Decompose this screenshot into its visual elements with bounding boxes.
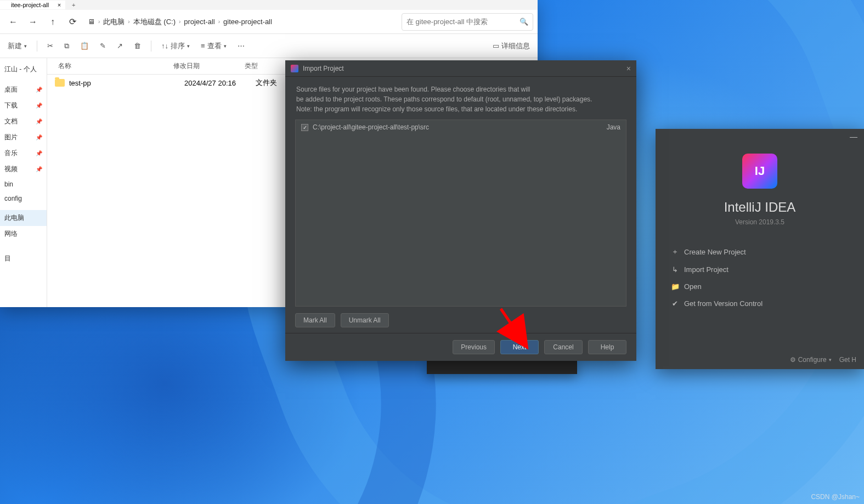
- dialog-footer: Previous Next Cancel Help: [285, 333, 636, 361]
- sidebar-item-home[interactable]: 江山 - 个人: [0, 61, 47, 77]
- watermark: CSDN @Jshan~: [811, 493, 860, 501]
- file-name: test-pp: [69, 79, 184, 87]
- sidebar-item-music[interactable]: 音乐📌: [0, 145, 47, 161]
- intellij-welcome-window: — IJ IntelliJ IDEA Version 2019.3.5 ＋Cre…: [656, 129, 864, 369]
- plus-icon: ＋: [671, 247, 679, 257]
- col-date[interactable]: 修改日期: [173, 61, 245, 71]
- intellij-icon: [291, 65, 298, 72]
- copy-icon[interactable]: ⧉: [61, 39, 72, 53]
- chevron-right-icon: ›: [98, 19, 100, 25]
- chevron-down-icon: ▾: [224, 43, 227, 49]
- intellij-logo: IJ: [742, 154, 777, 189]
- nav-bar: ← → ↑ ⟳ 🖥 › 此电脑 › 本地磁盘 (C:) › project-al…: [0, 10, 538, 34]
- tab-title: itee-project-all: [11, 2, 49, 8]
- up-button[interactable]: ↑: [44, 13, 61, 31]
- view-button[interactable]: ≡ 查看 ▾: [197, 39, 230, 53]
- mark-buttons: Mark All Unmark All: [285, 313, 636, 333]
- pin-icon: 📌: [36, 166, 42, 172]
- previous-button[interactable]: Previous: [453, 340, 495, 354]
- import-icon: ↳: [671, 265, 679, 274]
- search-input[interactable]: [406, 18, 519, 26]
- search-icon[interactable]: 🔍: [519, 18, 528, 26]
- cancel-button[interactable]: Cancel: [544, 340, 583, 354]
- import-project[interactable]: ↳Import Project: [671, 261, 849, 278]
- checkbox[interactable]: ✓: [301, 124, 308, 131]
- welcome-footer: ⚙Configure▾ Get H: [656, 350, 864, 369]
- chevron-right-icon: ›: [218, 19, 220, 25]
- file-date: 2024/4/27 20:16: [184, 79, 256, 87]
- refresh-button[interactable]: ⟳: [64, 13, 81, 31]
- source-dir-row[interactable]: ✓ C:\project-all\gitee-project-all\test-…: [296, 120, 626, 134]
- get-from-vcs[interactable]: ✔Get from Version Control: [671, 295, 849, 312]
- next-button[interactable]: Next: [500, 340, 539, 354]
- sidebar: 江山 - 个人 桌面📌 下载📌 文档📌 图片📌 音乐📌 视频📌 bin conf…: [0, 58, 47, 307]
- chevron-right-icon: ›: [128, 19, 129, 25]
- welcome-version: Version 2019.3.5: [735, 218, 784, 226]
- sidebar-item-config[interactable]: config: [0, 191, 47, 206]
- source-dir-list[interactable]: ✓ C:\project-all\gitee-project-all\test-…: [295, 120, 626, 307]
- close-icon[interactable]: ×: [626, 64, 631, 73]
- forward-button[interactable]: →: [24, 13, 42, 31]
- welcome-title: IntelliJ IDEA: [724, 200, 796, 215]
- sidebar-item-videos[interactable]: 视频📌: [0, 161, 47, 177]
- breadcrumb-item[interactable]: gitee-project-all: [223, 18, 272, 26]
- sidebar-item-bottom[interactable]: 目: [0, 251, 47, 267]
- breadcrumb-item[interactable]: 此电脑: [103, 17, 125, 27]
- new-tab-button[interactable]: +: [65, 2, 82, 8]
- sidebar-item-documents[interactable]: 文档📌: [0, 114, 47, 129]
- sidebar-item-desktop[interactable]: 桌面📌: [0, 82, 47, 98]
- dialog-title-bar: Import Project ×: [285, 60, 636, 77]
- explorer-tab-bar: itee-project-all × +: [0, 0, 538, 10]
- folder-icon: 📁: [671, 282, 679, 291]
- close-icon[interactable]: ×: [58, 2, 61, 8]
- pin-icon: 📌: [36, 150, 42, 156]
- sidebar-item-bin[interactable]: bin: [0, 177, 47, 191]
- chevron-down-icon: ▾: [24, 43, 27, 49]
- gear-icon: ⚙: [790, 356, 796, 364]
- more-button[interactable]: ⋯: [234, 39, 248, 52]
- rename-icon[interactable]: ✎: [97, 39, 109, 52]
- details-button[interactable]: ▭ 详细信息: [489, 39, 533, 53]
- dialog-description: Source files for your project have been …: [285, 77, 636, 120]
- breadcrumb-item[interactable]: project-all: [184, 18, 214, 26]
- col-name[interactable]: 名称: [47, 61, 173, 71]
- share-icon[interactable]: ↗: [114, 39, 126, 52]
- explorer-tab[interactable]: itee-project-all ×: [0, 1, 65, 9]
- sort-button[interactable]: ↑↓ 排序 ▾: [158, 39, 193, 53]
- search-box[interactable]: 🔍: [402, 13, 533, 31]
- source-path: C:\project-all\gitee-project-all\test-pp…: [313, 123, 602, 131]
- sidebar-item-downloads[interactable]: 下载📌: [0, 98, 47, 114]
- new-button[interactable]: 新建▾: [4, 39, 30, 53]
- paste-icon[interactable]: 📋: [77, 39, 92, 52]
- chevron-down-icon: ▾: [187, 43, 190, 49]
- minimize-icon[interactable]: —: [850, 132, 857, 141]
- check-icon: ✔: [671, 299, 679, 308]
- configure-button[interactable]: ⚙Configure▾: [790, 356, 832, 364]
- toolbar: 新建▾ ✂ ⧉ 📋 ✎ ↗ 🗑 ↑↓ 排序 ▾ ≡ 查看 ▾ ⋯ ▭ 详细信息: [0, 34, 538, 58]
- sidebar-item-pictures[interactable]: 图片📌: [0, 129, 47, 145]
- help-button[interactable]: Help: [588, 340, 626, 354]
- dialog-title: Import Project: [303, 65, 344, 72]
- import-project-dialog: Import Project × Source files for your p…: [285, 60, 636, 361]
- pin-icon: 📌: [36, 87, 42, 93]
- cut-icon[interactable]: ✂: [44, 39, 57, 52]
- breadcrumb-item[interactable]: 本地磁盘 (C:): [133, 17, 176, 27]
- pin-icon: 📌: [36, 103, 42, 109]
- pin-icon: 📌: [36, 118, 42, 124]
- gethelp-button[interactable]: Get H: [839, 356, 856, 364]
- unmark-all-button[interactable]: Unmark All: [341, 313, 389, 327]
- folder-icon: [55, 79, 65, 87]
- back-button[interactable]: ←: [4, 13, 22, 31]
- chevron-down-icon: ▾: [829, 357, 832, 363]
- thispc-icon[interactable]: 🖥: [88, 18, 95, 26]
- chevron-right-icon: ›: [179, 19, 180, 25]
- sidebar-item-thispc[interactable]: 此电脑: [0, 210, 47, 226]
- sidebar-item-network[interactable]: 网络: [0, 226, 47, 242]
- pin-icon: 📌: [36, 134, 42, 140]
- mark-all-button[interactable]: Mark All: [295, 313, 335, 327]
- create-new-project[interactable]: ＋Create New Project: [671, 242, 849, 261]
- source-lang: Java: [607, 123, 620, 131]
- open-project[interactable]: 📁Open: [671, 278, 849, 295]
- breadcrumb: 🖥 › 此电脑 › 本地磁盘 (C:) › project-all › gite…: [83, 13, 399, 31]
- delete-icon[interactable]: 🗑: [131, 39, 144, 52]
